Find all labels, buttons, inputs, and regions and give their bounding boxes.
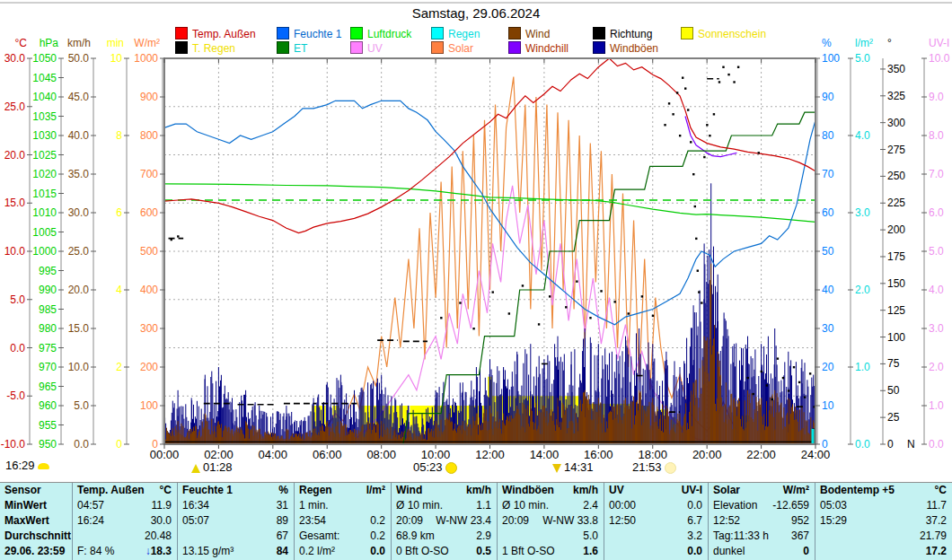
table-cell-value: W-NW 23.4: [436, 513, 491, 529]
svg-text:10.0: 10.0: [929, 52, 950, 65]
svg-text:500: 500: [140, 245, 158, 258]
column-title: Solar: [713, 483, 740, 498]
astro-time-label: 01:28: [203, 460, 233, 474]
svg-text:0.0: 0.0: [10, 342, 25, 354]
table-cell: 15:29: [820, 513, 847, 529]
table-cell: Elevation: [713, 498, 757, 513]
axis-uvi: 0.01.02.03.04.05.06.07.08.09.010.0UV-I: [921, 37, 950, 451]
table-cell-value: 2.4: [583, 498, 598, 513]
svg-text:0.0: 0.0: [855, 438, 870, 451]
trend-down-arrow-icon: ↓: [145, 545, 151, 557]
table-cell-value: 0.5: [476, 544, 491, 559]
table-cell: Ø 10 min.: [502, 498, 549, 513]
svg-text:275: 275: [887, 144, 905, 156]
axis-hpa: 9509559609659709759809859909951000100510…: [32, 37, 64, 451]
svg-text:1025: 1025: [32, 149, 57, 162]
svg-text:50: 50: [822, 245, 834, 258]
table-cell-value: 0.0: [687, 544, 702, 559]
table-column-uv: UVUV-I00:000.012:506.73.20.0: [604, 483, 708, 560]
table-cell-value: 1.1: [476, 498, 491, 513]
column-unit: l/m²: [366, 483, 385, 498]
table-cell-value: 37.2: [926, 513, 947, 529]
table-column-bodentemp-5: Bodentemp +5°C05:0311.715:2937.221.7917.…: [815, 483, 952, 560]
column-unit: km/h: [466, 483, 491, 498]
svg-text:3.0: 3.0: [929, 322, 944, 335]
svg-text:km/h: km/h: [67, 37, 91, 49]
svg-text:1000: 1000: [32, 245, 57, 258]
table-cell-value: 84: [277, 544, 288, 559]
svg-text:-5.0: -5.0: [6, 389, 25, 402]
svg-text:04:00: 04:00: [259, 448, 288, 461]
svg-text:700: 700: [140, 168, 158, 180]
svg-text:20: 20: [822, 361, 834, 373]
axis-min: 0246810min: [107, 37, 129, 451]
column-title: Feuchte 1: [182, 483, 233, 498]
svg-text:10:00: 10:00: [421, 448, 451, 461]
table-column-solar: SolarW/m²Elevation-12.65912:52952Tag:11:…: [708, 483, 815, 560]
sun-pale-icon: [665, 462, 676, 474]
row-header: MinWert: [4, 498, 47, 513]
svg-text:5.0: 5.0: [929, 245, 944, 258]
table-cell-value: 11.7: [927, 498, 947, 513]
svg-text:9.0: 9.0: [929, 91, 944, 103]
column-unit: UV-I: [682, 483, 702, 498]
svg-text:2.0: 2.0: [929, 361, 944, 373]
svg-text:125: 125: [887, 304, 905, 317]
astro-time-label: 21:53: [632, 460, 662, 474]
column-unit: %: [278, 483, 288, 498]
svg-text:12:00: 12:00: [475, 448, 505, 461]
svg-text:2: 2: [116, 361, 122, 373]
table-cell-value: 0.2: [370, 529, 385, 544]
axis-pct: 0102030405060708090100%: [815, 37, 840, 451]
svg-text:0.0: 0.0: [74, 438, 89, 451]
table-cell: 05:03: [820, 498, 847, 513]
svg-text:06:00: 06:00: [313, 448, 342, 461]
svg-text:l/m²: l/m²: [855, 37, 873, 49]
column-title: Wind: [396, 483, 422, 498]
svg-text:200: 200: [887, 223, 905, 236]
svg-text:6.0: 6.0: [929, 206, 944, 219]
svg-text:250: 250: [887, 170, 905, 182]
column-unit: °C: [935, 483, 947, 498]
table-cell: 04:57: [77, 498, 104, 513]
svg-text:10: 10: [822, 399, 834, 412]
table-cell: 0 Bft O-SO: [396, 544, 449, 559]
table-column-regen: Regenl/m²1 min.23:540.2Gesamt:0.20.2 l/m…: [294, 483, 391, 560]
table-cell-value: 30.0: [151, 513, 172, 529]
svg-text:UV-I: UV-I: [929, 37, 949, 49]
chart-plot-area[interactable]: [164, 58, 815, 444]
svg-text:100: 100: [140, 399, 158, 412]
svg-text:%: %: [822, 37, 832, 49]
svg-text:75: 75: [887, 357, 900, 370]
svg-text:hPa: hPa: [40, 37, 59, 49]
svg-text:5.0: 5.0: [74, 399, 89, 412]
axis-wm2: 01002003004005006007008009001000W/m²: [134, 37, 165, 451]
svg-text:10.0: 10.0: [68, 361, 90, 373]
svg-text:150: 150: [887, 277, 905, 290]
svg-text:955: 955: [39, 419, 57, 432]
svg-text:1000: 1000: [134, 52, 158, 65]
svg-text:325: 325: [887, 90, 905, 102]
svg-text:°C: °C: [15, 37, 28, 49]
table-cell-value: 31: [277, 498, 288, 513]
table-cell-value: 21.79: [920, 529, 947, 544]
table-cell: 23:54: [299, 513, 326, 529]
svg-text:1035: 1035: [32, 110, 57, 123]
table-cell: 68.9 km: [396, 529, 435, 544]
svg-text:400: 400: [140, 284, 158, 296]
table-cell-value: 3.2: [687, 529, 702, 544]
svg-text:1050: 1050: [32, 52, 57, 65]
astro-time-1629: 16:29: [5, 459, 52, 472]
table-cell-value: W-NW 33.8: [542, 513, 598, 529]
table-cell-value: 89: [277, 513, 288, 529]
table-column-temp-au-en: Temp. Außen°C04:5711.916:2430.020.48F: 8…: [72, 483, 177, 560]
table-cell-value: 952: [791, 513, 809, 529]
svg-text:35.0: 35.0: [68, 168, 90, 180]
svg-text:950: 950: [39, 438, 57, 451]
column-title: UV: [609, 483, 624, 498]
svg-text:02:00: 02:00: [204, 448, 234, 461]
svg-text:175: 175: [887, 250, 905, 263]
table-cell-value: 67: [277, 529, 288, 544]
svg-text:20:00: 20:00: [692, 448, 722, 461]
table-column-feuchte-1: Feuchte 1%16:343105:07896713.15 g/m³84: [177, 483, 294, 560]
